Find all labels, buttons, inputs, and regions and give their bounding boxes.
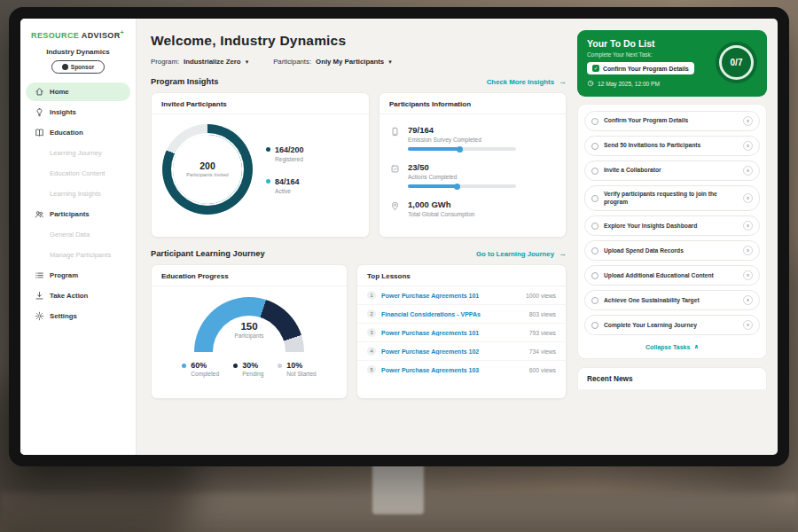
- pending-dot: [233, 364, 238, 368]
- program-select[interactable]: Industrialize Zero ▾: [184, 58, 248, 66]
- next-task-label: Confirm Your Program Details: [603, 66, 689, 72]
- lesson-row[interactable]: 5 Power Purchase Agreements 103 600 view…: [357, 361, 566, 379]
- task-label: Verify participants requesting to join t…: [604, 191, 738, 206]
- sidebar-item-label: Take Action: [50, 292, 88, 300]
- lesson-row[interactable]: 1 Power Purchase Agreements 101 1000 vie…: [357, 286, 566, 305]
- todo-panel: Your To Do List Complete Your Next Task:…: [577, 19, 778, 455]
- active-dot: [266, 179, 270, 184]
- sidebar-item-program[interactable]: Program: [26, 266, 130, 285]
- task-checkbox[interactable]: [591, 272, 598, 279]
- participants-select[interactable]: Only My Participants ▾: [316, 58, 392, 66]
- sidebar-item-home[interactable]: Home: [26, 82, 130, 101]
- lesson-row[interactable]: 4 Power Purchase Agreements 102 734 view…: [357, 342, 566, 361]
- sidebar-item-participants[interactable]: Participants: [26, 205, 130, 223]
- task-checkbox[interactable]: [591, 118, 598, 125]
- todo-progress-ring: 0/7: [716, 42, 757, 83]
- task-checkbox[interactable]: [591, 168, 598, 175]
- lesson-link[interactable]: Power Purchase Agreements 101: [381, 293, 520, 299]
- legend-label: Completed: [191, 371, 219, 377]
- sidebar-item-take-action[interactable]: Take Action: [26, 286, 130, 305]
- task-item[interactable]: Upload Spend Data Records ›: [584, 240, 760, 261]
- top-lessons-card: Top Lessons 1 Power Purchase Agreements …: [356, 264, 567, 399]
- stat-label: Actions Completed: [408, 174, 516, 180]
- program-select-value: Industrialize Zero: [184, 58, 241, 66]
- legend-item-active: 84/164 Active: [266, 177, 304, 194]
- legend-item-completed: 60% Completed: [182, 361, 219, 377]
- sidebar-item-general-data[interactable]: General Data: [26, 225, 130, 244]
- gauge-center-label: Participants: [194, 332, 304, 339]
- task-checkbox[interactable]: [591, 223, 598, 230]
- legend-label: Registered: [275, 156, 304, 162]
- chevron-right-icon[interactable]: ›: [743, 246, 753, 255]
- lesson-views: 793 views: [529, 330, 556, 336]
- sidebar-item-label: General Data: [50, 231, 90, 239]
- collapse-tasks-link[interactable]: Collapse Tasks ∧: [584, 340, 760, 356]
- completed-dot: [182, 364, 186, 368]
- lesson-views: 1000 views: [526, 293, 556, 299]
- sidebar-item-education[interactable]: Education: [26, 123, 130, 142]
- legend-item-pending: 30% Pending: [233, 361, 263, 377]
- gauge-center-value: 150: [194, 321, 304, 332]
- task-checkbox[interactable]: [591, 195, 598, 202]
- page-title: Welcome, Industry Dynamics: [151, 33, 567, 49]
- lesson-row[interactable]: 2 Financial Considerations - VPPAs 803 v…: [357, 305, 566, 324]
- gear-icon: [35, 311, 44, 321]
- sidebar-item-settings[interactable]: Settings: [26, 307, 130, 325]
- lesson-link[interactable]: Power Purchase Agreements 103: [381, 367, 524, 373]
- chevron-right-icon[interactable]: ›: [743, 320, 753, 330]
- chevron-right-icon[interactable]: ›: [743, 270, 753, 280]
- survey-icon: [390, 125, 401, 151]
- sidebar-item-manage-participants[interactable]: Manage Participants: [26, 246, 130, 264]
- task-item[interactable]: Verify participants requesting to join t…: [584, 185, 760, 211]
- filter-bar: Program: Industrialize Zero ▾ Participan…: [151, 58, 567, 66]
- chevron-right-icon[interactable]: ›: [743, 141, 753, 151]
- task-checkbox[interactable]: [591, 143, 598, 150]
- education-icon: [35, 128, 44, 137]
- chevron-right-icon[interactable]: ›: [743, 221, 753, 231]
- chevron-right-icon[interactable]: ›: [743, 295, 753, 305]
- arrow-right-icon: →: [559, 249, 567, 258]
- program-list-icon: [35, 270, 44, 280]
- sidebar-item-education-content[interactable]: Education Content: [26, 164, 130, 183]
- lesson-link[interactable]: Financial Considerations - VPPAs: [381, 311, 524, 317]
- chevron-right-icon[interactable]: ›: [743, 193, 753, 203]
- check-more-insights-link[interactable]: Check More Insights →: [487, 77, 567, 86]
- recent-news-header[interactable]: Recent News: [577, 367, 767, 389]
- task-item[interactable]: Complete Your Learning Journey ›: [584, 315, 760, 335]
- arrow-right-icon: →: [559, 77, 567, 86]
- sidebar-item-learning-insights[interactable]: Learning Insights: [26, 184, 130, 203]
- lesson-link[interactable]: Power Purchase Agreements 102: [381, 348, 524, 355]
- legend-value: 30%: [242, 361, 258, 370]
- location-pin-icon: [390, 200, 401, 217]
- chevron-right-icon[interactable]: ›: [743, 166, 753, 176]
- sidebar-item-learning-journey[interactable]: Learning Journey: [26, 144, 130, 162]
- lesson-rank: 2: [367, 309, 376, 318]
- program-insights-title: Program Insights: [151, 77, 218, 86]
- sidebar-item-label: Education Content: [50, 169, 105, 177]
- task-checkbox[interactable]: [591, 297, 598, 304]
- sponsor-badge[interactable]: Sponsor: [51, 60, 105, 74]
- task-label: Invite a Collaborator: [604, 167, 738, 175]
- lesson-row[interactable]: 3 Power Purchase Agreements 101 793 view…: [357, 324, 566, 342]
- sidebar-item-insights[interactable]: Insights: [26, 103, 130, 121]
- task-item[interactable]: Explore Your Insights Dashboard ›: [584, 215, 760, 236]
- task-item[interactable]: Confirm Your Program Details ›: [584, 111, 760, 131]
- next-task-chip[interactable]: ✓ Confirm Your Program Details: [587, 62, 694, 74]
- sidebar-item-label: Learning Insights: [50, 190, 101, 198]
- task-checkbox[interactable]: [591, 322, 598, 329]
- lesson-link[interactable]: Power Purchase Agreements 101: [381, 330, 524, 336]
- task-item[interactable]: Upload Additional Educational Content ›: [584, 265, 760, 286]
- insights-icon: [35, 107, 44, 117]
- task-item[interactable]: Achieve One Sustainability Target ›: [584, 290, 760, 310]
- task-checkbox[interactable]: [591, 247, 598, 254]
- collapse-caret-icon: ∧: [693, 343, 699, 350]
- task-label: Send 50 Invitations to Participants: [604, 142, 738, 150]
- task-item[interactable]: Invite a Collaborator ›: [584, 160, 760, 181]
- chevron-right-icon[interactable]: ›: [743, 116, 753, 126]
- task-item[interactable]: Send 50 Invitations to Participants ›: [584, 136, 760, 156]
- app-logo: RESOURCE ADVISOR+: [20, 29, 136, 40]
- lesson-views: 600 views: [529, 367, 556, 373]
- brand-advisor: ADVISOR: [82, 31, 121, 40]
- go-to-learning-journey-link[interactable]: Go to Learning Journey →: [476, 249, 567, 258]
- lesson-rank: 5: [367, 365, 376, 374]
